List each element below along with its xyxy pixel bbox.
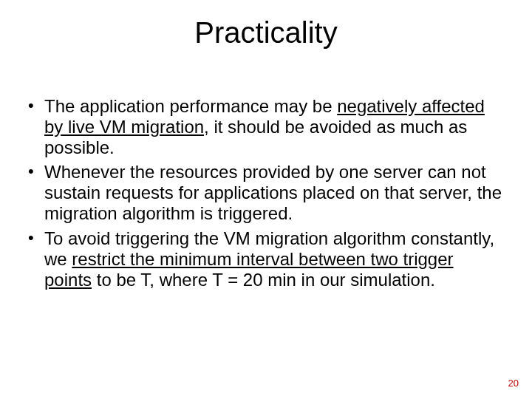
bullet-item: Whenever the resources provided by one s…: [27, 162, 505, 223]
bullet-item: The application performance may be negat…: [27, 96, 505, 157]
slide: Practicality The application performance…: [0, 0, 532, 399]
slide-title: Practicality: [0, 16, 532, 50]
slide-body: The application performance may be negat…: [27, 96, 505, 294]
bullet-text-pre: The application performance may be: [44, 96, 337, 116]
bullet-item: To avoid triggering the VM migration alg…: [27, 228, 505, 290]
bullet-text-post: to be T, where T = 20 min in our simulat…: [92, 270, 435, 290]
bullet-text: Whenever the resources provided by one s…: [44, 162, 502, 223]
page-number: 20: [508, 378, 519, 389]
bullet-list: The application performance may be negat…: [27, 96, 505, 290]
